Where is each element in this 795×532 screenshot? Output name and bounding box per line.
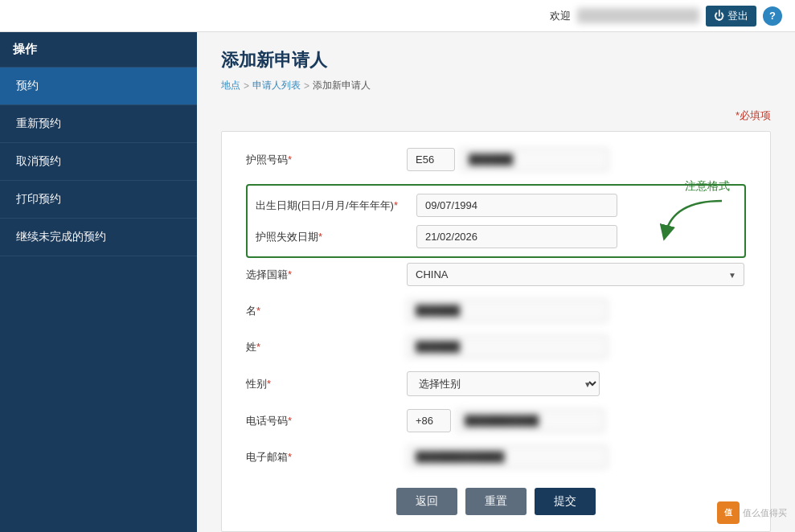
logout-button[interactable]: ⏻ 登出 [706,6,756,27]
lastname-label: 姓* [246,340,407,354]
watermark-text: 值么值得买 [743,507,787,519]
passport-label: 护照号码* [246,153,407,167]
dob-input[interactable] [416,194,617,217]
main-layout: 操作 预约 重新预约 取消预约 打印预约 继续未完成的预约 添加新申请人 地点 … [0,32,795,532]
gender-select[interactable]: 选择性别 男 女 [407,371,600,396]
button-row: 返回 重置 提交 [246,488,746,515]
passport-suffix-input[interactable] [460,148,609,171]
gender-select-wrapper: 选择性别 男 女 [407,371,600,396]
welcome-label: 欢迎 [550,9,571,23]
firstname-row: 名* [246,299,746,322]
watermark-icon: 值 [717,501,740,524]
expiry-label: 护照失效日期* [256,230,416,244]
passport-inputs [407,148,609,171]
lastname-row: 姓* [246,335,746,358]
phone-label: 电话号码* [246,414,407,428]
back-button[interactable]: 返回 [396,488,457,515]
sidebar-item-yueyue[interactable]: 预约 [0,68,197,105]
nationality-select[interactable]: CHINA [407,263,744,286]
page-title: 添加新申请人 [221,48,771,72]
watermark: 值 值么值得买 [717,501,787,524]
annotation-arrow [658,197,730,241]
lastname-input[interactable] [407,335,608,358]
sidebar-item-quxiao[interactable]: 取消预约 [0,143,197,181]
breadcrumb-applicant-list[interactable]: 申请人列表 [252,79,301,92]
breadcrumb: 地点 > 申请人列表 > 添加新申请人 [221,79,771,92]
nationality-select-wrapper: CHINA [407,263,744,286]
dob-label: 出生日期(日日/月月/年年年年)* [256,198,416,213]
phone-row: 电话号码* [246,409,746,432]
annotation: 注意格式 [658,179,730,241]
nationality-row: 选择国籍* CHINA [246,263,746,286]
gender-row: 性别* 选择性别 男 女 [246,371,746,396]
sidebar-item-chongyuyue[interactable]: 重新预约 [0,105,197,143]
nationality-label: 选择国籍* [246,268,407,282]
phone-inputs [407,409,604,432]
email-input[interactable] [407,445,608,469]
passport-row: 护照号码* [246,148,746,171]
firstname-input[interactable] [407,299,608,322]
breadcrumb-current: 添加新申请人 [313,79,371,92]
breadcrumb-location[interactable]: 地点 [221,79,240,92]
username: ██████████ [577,8,699,23]
logout-icon: ⏻ [714,10,724,22]
firstname-label: 名* [246,304,407,318]
reset-button[interactable]: 重置 [465,488,527,515]
expiry-input[interactable] [416,225,617,248]
sidebar-title: 操作 [0,32,197,68]
phone-prefix-input[interactable] [407,409,451,432]
email-label: 电子邮箱* [246,450,407,464]
help-button[interactable]: ? [763,6,782,26]
sidebar-item-dayin[interactable]: 打印预约 [0,181,197,219]
email-row: 电子邮箱* [246,445,746,469]
required-note: *必填项 [221,108,771,123]
submit-button[interactable]: 提交 [535,488,596,515]
gender-label: 性别* [246,377,407,391]
passport-prefix-input[interactable] [407,148,455,171]
sidebar: 操作 预约 重新预约 取消预约 打印预约 继续未完成的预约 [0,32,197,532]
highlighted-wrapper: 注意格式 [246,184,746,258]
content-area: 添加新申请人 地点 > 申请人列表 > 添加新申请人 *必填项 护照号码* [197,32,795,532]
form-section: 护照号码* 注意格式 [221,131,771,532]
sidebar-item-jixu[interactable]: 继续未完成的预约 [0,219,197,256]
phone-number-input[interactable] [456,409,604,432]
header: 欢迎 ██████████ ⏻ 登出 ? [0,0,795,32]
